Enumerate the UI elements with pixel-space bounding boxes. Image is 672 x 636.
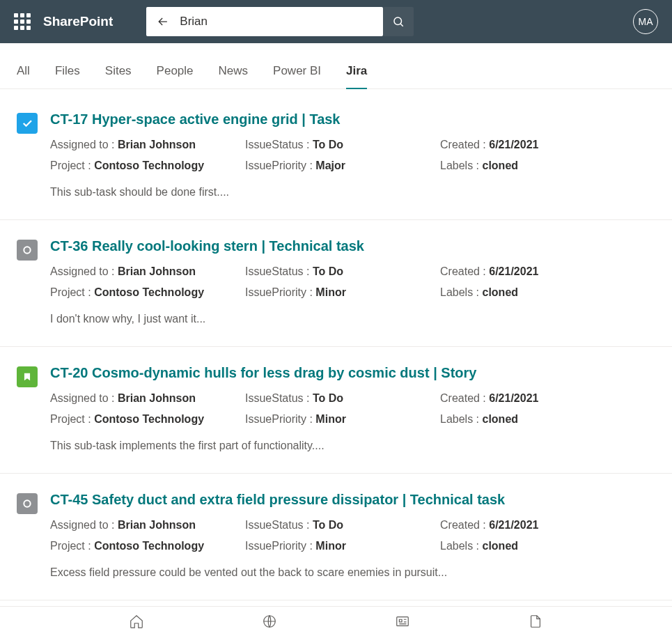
meta-created: Created : 6/21/2021: [440, 139, 664, 151]
meta-created: Created : 6/21/2021: [440, 519, 664, 532]
search-icon: [392, 15, 405, 28]
nav-home[interactable]: [129, 614, 144, 629]
search-verticals: AllFilesSitesPeopleNewsPower BIJira: [0, 43, 672, 89]
tab-people[interactable]: People: [157, 64, 194, 89]
tab-files[interactable]: Files: [55, 64, 80, 89]
meta-status: IssueStatus : To Do: [245, 139, 440, 151]
meta-assigned-to: Assigned to : Brian Johnson: [50, 265, 245, 278]
tab-sites[interactable]: Sites: [105, 64, 132, 89]
search-results: CT-17 Hyper-space active engine grid | T…: [0, 89, 672, 606]
meta-labels: Labels : cloned: [440, 413, 664, 426]
nav-globe[interactable]: [262, 614, 277, 629]
nav-news[interactable]: [395, 614, 410, 629]
issue-type-tech-icon: [17, 240, 38, 261]
issue-type-story-icon: [17, 366, 38, 387]
tab-news[interactable]: News: [219, 64, 249, 89]
tab-power-bi[interactable]: Power BI: [273, 64, 321, 89]
meta-labels: Labels : cloned: [440, 540, 664, 552]
meta-priority: IssuePriority : Minor: [245, 413, 440, 426]
meta-assigned-to: Assigned to : Brian Johnson: [50, 519, 245, 532]
search-result: CT-36 Really cool-looking stern | Techni…: [0, 220, 672, 347]
result-title-link[interactable]: CT-36 Really cool-looking stern | Techni…: [50, 238, 364, 254]
app-header: SharePoint MA: [0, 0, 672, 43]
result-title-link[interactable]: CT-17 Hyper-space active engine grid | T…: [50, 111, 341, 127]
avatar[interactable]: MA: [633, 9, 658, 34]
result-description: This sub-task should be done first....: [50, 186, 664, 199]
file-icon: [528, 614, 543, 629]
issue-type-tech-icon: [17, 493, 38, 514]
globe-icon: [262, 614, 277, 629]
meta-priority: IssuePriority : Minor: [245, 540, 440, 552]
meta-created: Created : 6/21/2021: [440, 392, 664, 405]
meta-assigned-to: Assigned to : Brian Johnson: [50, 392, 245, 405]
search-button[interactable]: [383, 7, 414, 36]
search-result: CT-45 Safety duct and extra field pressu…: [0, 474, 672, 600]
result-description: This sub-task implements the first part …: [50, 440, 664, 452]
app-launcher-icon[interactable]: [14, 13, 31, 30]
back-arrow-icon[interactable]: [156, 15, 170, 29]
search-box: [146, 7, 383, 36]
news-icon: [395, 614, 410, 629]
tab-jira[interactable]: Jira: [346, 64, 367, 89]
result-title-link[interactable]: CT-20 Cosmo-dynamic hulls for less drag …: [50, 365, 476, 381]
meta-priority: IssuePriority : Major: [245, 160, 440, 172]
issue-type-task-icon: [17, 113, 38, 134]
meta-project: Project : Contoso Technology: [50, 413, 245, 426]
meta-project: Project : Contoso Technology: [50, 160, 245, 172]
tab-all[interactable]: All: [17, 64, 30, 89]
meta-assigned-to: Assigned to : Brian Johnson: [50, 139, 245, 151]
meta-created: Created : 6/21/2021: [440, 265, 664, 278]
svg-point-2: [24, 500, 30, 506]
search-wrap: [146, 7, 414, 36]
home-icon: [129, 614, 144, 629]
meta-priority: IssuePriority : Minor: [245, 286, 440, 299]
nav-files[interactable]: [528, 614, 543, 629]
meta-labels: Labels : cloned: [440, 160, 664, 172]
meta-project: Project : Contoso Technology: [50, 540, 245, 552]
result-description: I don't know why, I just want it...: [50, 313, 664, 325]
meta-status: IssueStatus : To Do: [245, 392, 440, 405]
content-scroll[interactable]: AllFilesSitesPeopleNewsPower BIJira CT-1…: [0, 43, 672, 606]
app-name: SharePoint: [43, 14, 113, 29]
search-result: CT-17 Hyper-space active engine grid | T…: [0, 93, 672, 220]
result-title-link[interactable]: CT-45 Safety duct and extra field pressu…: [50, 492, 505, 508]
meta-labels: Labels : cloned: [440, 286, 664, 299]
meta-status: IssueStatus : To Do: [245, 265, 440, 278]
search-result: CT-20 Cosmo-dynamic hulls for less drag …: [0, 347, 672, 474]
svg-rect-4: [397, 617, 409, 626]
svg-point-0: [394, 17, 402, 25]
svg-point-1: [24, 247, 30, 253]
search-input[interactable]: [180, 15, 373, 29]
bottom-nav: [0, 606, 672, 636]
meta-project: Project : Contoso Technology: [50, 286, 245, 299]
meta-status: IssueStatus : To Do: [245, 519, 440, 532]
result-description: Excess field pressure could be vented ou…: [50, 566, 664, 579]
